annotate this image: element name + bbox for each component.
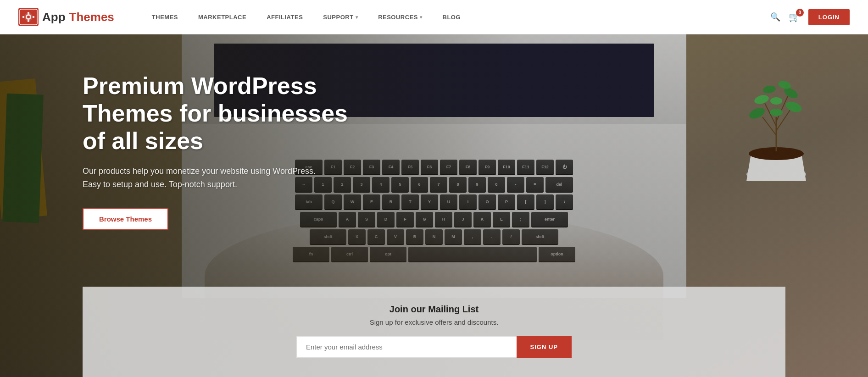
cart-badge: 0 <box>796 9 804 17</box>
hero-content: Premium WordPress Themes for businesses … <box>0 34 868 377</box>
svg-rect-5 <box>28 12 29 14</box>
svg-point-4 <box>27 16 30 18</box>
search-button[interactable]: 🔍 <box>770 12 780 22</box>
search-icon: 🔍 <box>770 12 780 22</box>
cart-button[interactable]: 🛒 0 <box>789 11 800 22</box>
svg-rect-7 <box>22 16 24 18</box>
logo-themes-text: Themes <box>69 10 114 24</box>
browse-themes-button[interactable]: Browse Themes <box>83 208 168 230</box>
nav-affiliates[interactable]: AFFILIATES <box>256 0 313 34</box>
mailing-section: Join our Mailing List Sign up for exclus… <box>83 287 785 377</box>
logo-icon <box>18 8 39 26</box>
svg-rect-8 <box>33 16 34 18</box>
hero-subtext: Our products help you monetize your webs… <box>83 165 321 191</box>
hero-headline: Premium WordPress Themes for businesses … <box>83 72 367 155</box>
header-actions: 🔍 🛒 0 LOGIN <box>770 9 850 25</box>
hero-top: Premium WordPress Themes for businesses … <box>83 34 785 287</box>
nav-resources[interactable]: RESOURCES ▾ <box>368 0 432 34</box>
support-dropdown-arrow: ▾ <box>356 15 358 20</box>
mailing-subtitle: Sign up for exclusive offers and discoun… <box>370 318 499 326</box>
nav-blog[interactable]: BLOG <box>433 0 471 34</box>
logo[interactable]: AppThemes <box>18 8 114 26</box>
nav-marketplace[interactable]: MARKETPLACE <box>188 0 256 34</box>
resources-dropdown-arrow: ▾ <box>420 15 423 20</box>
logo-app-text: App <box>42 10 66 24</box>
login-button[interactable]: LOGIN <box>808 9 850 25</box>
hero-section: esc F1 F2 F3 F4 F5 F6 F7 F8 F9 F10 F11 F… <box>0 34 868 377</box>
svg-rect-6 <box>28 20 29 22</box>
header: AppThemes THEMES MARKETPLACE AFFILIATES … <box>0 0 868 34</box>
nav-themes[interactable]: THEMES <box>142 0 188 34</box>
signup-button[interactable]: SIGN UP <box>517 336 572 358</box>
nav-support[interactable]: SUPPORT ▾ <box>313 0 368 34</box>
email-input[interactable] <box>296 336 517 358</box>
mailing-form: SIGN UP <box>296 336 572 358</box>
mailing-title: Join our Mailing List <box>389 304 479 315</box>
main-nav: THEMES MARKETPLACE AFFILIATES SUPPORT ▾ … <box>142 0 770 34</box>
